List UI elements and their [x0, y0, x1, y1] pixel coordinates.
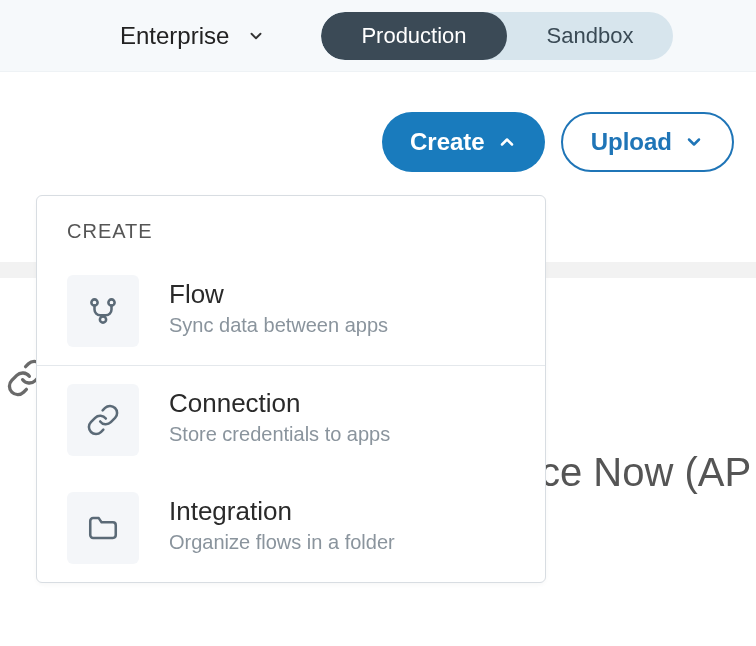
chevron-down-icon	[247, 27, 265, 45]
create-item-connection-text: Connection Store credentials to apps	[169, 384, 390, 446]
upload-button[interactable]: Upload	[561, 112, 734, 172]
create-item-flow-text: Flow Sync data between apps	[169, 275, 388, 337]
create-item-integration-desc: Organize flows in a folder	[169, 531, 395, 554]
create-button-label: Create	[410, 128, 485, 156]
create-item-connection[interactable]: Connection Store credentials to apps	[37, 366, 545, 474]
workspace-selector[interactable]: Enterprise	[120, 22, 265, 50]
action-bar: Create Upload	[0, 72, 756, 172]
folder-icon	[67, 492, 139, 564]
env-production-label: Production	[361, 23, 466, 49]
chevron-down-icon	[684, 132, 704, 152]
create-button[interactable]: Create	[382, 112, 545, 172]
create-dropdown-section-primary: Flow Sync data between apps	[37, 257, 545, 365]
create-item-integration-title: Integration	[169, 496, 395, 527]
environment-toggle: Production Sandbox	[321, 12, 673, 60]
chevron-up-icon	[497, 132, 517, 152]
create-item-flow[interactable]: Flow Sync data between apps	[37, 257, 545, 365]
link-icon	[67, 384, 139, 456]
create-dropdown: CREATE Flow Sync data between apps Conne…	[36, 195, 546, 583]
env-sandbox[interactable]: Sandbox	[507, 12, 674, 60]
create-item-integration[interactable]: Integration Organize flows in a folder	[37, 474, 545, 582]
env-sandbox-label: Sandbox	[547, 23, 634, 49]
workspace-label: Enterprise	[120, 22, 229, 50]
background-title-fragment: ce Now (AP	[540, 450, 751, 495]
create-item-integration-text: Integration Organize flows in a folder	[169, 492, 395, 554]
create-item-connection-desc: Store credentials to apps	[169, 423, 390, 446]
top-bar: Enterprise Production Sandbox	[0, 0, 756, 72]
create-item-flow-desc: Sync data between apps	[169, 314, 388, 337]
svg-point-2	[100, 316, 106, 322]
upload-button-label: Upload	[591, 128, 672, 156]
create-dropdown-heading: CREATE	[37, 196, 545, 257]
env-production[interactable]: Production	[321, 12, 506, 60]
create-item-flow-title: Flow	[169, 279, 388, 310]
create-dropdown-section-secondary: Connection Store credentials to apps Int…	[37, 365, 545, 582]
create-item-connection-title: Connection	[169, 388, 390, 419]
branch-icon	[67, 275, 139, 347]
